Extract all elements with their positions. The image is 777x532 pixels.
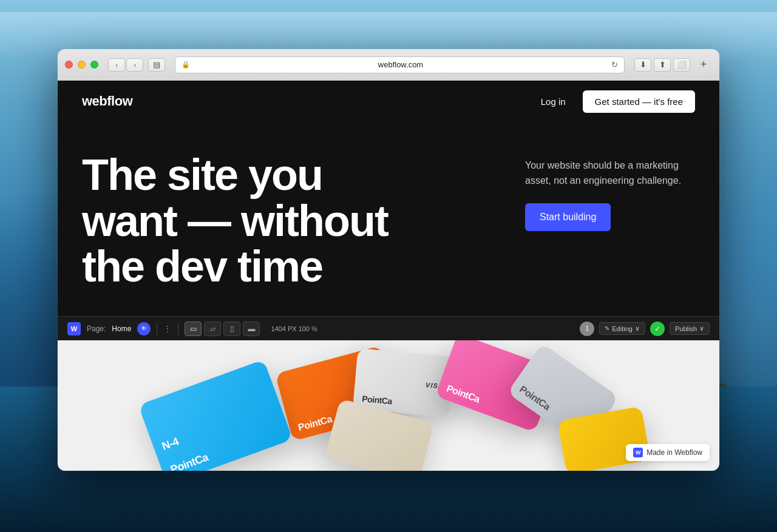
toolbar-divider-1 — [157, 323, 157, 335]
more-options-button[interactable]: ⋮ — [163, 324, 172, 334]
lock-icon: 🔒 — [182, 61, 190, 69]
pencil-icon: ✎ — [605, 325, 609, 332]
tablet-portrait-device-button[interactable]: ▯ — [223, 322, 240, 336]
card-beige-logo — [325, 445, 422, 471]
forward-icon: › — [134, 61, 136, 69]
get-started-button[interactable]: Get started — it's free — [583, 90, 695, 113]
new-tab-button[interactable]: + — [695, 58, 712, 72]
share-button[interactable]: ⬆ — [654, 58, 671, 72]
hero-title: The site you want — without the dev time — [82, 152, 422, 290]
hero-section: The site you want — without the dev time… — [58, 122, 719, 316]
w-letter: W — [71, 325, 77, 332]
header-actions: Log in Get started — it's free — [531, 90, 695, 113]
mobile-device-button[interactable]: ▬ — [243, 322, 260, 336]
publish-chevron-icon: ∨ — [699, 325, 704, 332]
made-in-webflow-badge[interactable]: W Made in Webflow — [626, 444, 710, 461]
tabs-overview-button[interactable]: ⬜ — [673, 58, 690, 72]
back-icon: ‹ — [115, 61, 118, 69]
toolbar-divider-2 — [178, 323, 178, 335]
minimize-button[interactable] — [78, 61, 86, 69]
fullscreen-button[interactable] — [90, 61, 98, 69]
user-initial: 1 — [586, 325, 589, 332]
reload-button[interactable]: ↻ — [611, 60, 618, 69]
device-buttons: ▭ ▱ ▯ ▬ — [185, 322, 260, 336]
checkmark-icon: ✓ — [654, 325, 660, 333]
webflow-badge-logo: W — [633, 448, 643, 457]
browser-window: ‹ › ▤ 🔒 webflow.com ↻ ⬇ ⬆ ⬜ + — [58, 49, 719, 471]
back-button[interactable]: ‹ — [108, 58, 125, 72]
toolbar-right-group: 1 ✎ Editing ∨ ✓ Publish ∨ — [580, 322, 710, 336]
address-bar[interactable]: 🔒 webflow.com ↻ — [175, 56, 625, 73]
login-button[interactable]: Log in — [531, 92, 575, 112]
wf-badge-w: W — [636, 450, 641, 456]
cards-container: PointCa VISA PointCa PointCa PointCa — [58, 340, 719, 471]
desktop-icon: ▭ — [190, 325, 197, 333]
start-building-button[interactable]: Start building — [525, 203, 611, 231]
editor-toolbar: W Page: Home 👁 ⋮ ▭ ▱ — [58, 316, 719, 340]
forward-button[interactable]: › — [126, 58, 143, 72]
traffic-lights — [65, 61, 98, 69]
eye-icon: 👁 — [141, 325, 147, 332]
mobile-icon: ▬ — [248, 325, 255, 333]
editing-chevron-icon: ∨ — [635, 325, 640, 332]
sidebar-toggle-button[interactable]: ▤ — [148, 58, 165, 72]
hero-left: The site you want — without the dev time — [82, 152, 525, 290]
page-name-label: Home — [112, 325, 131, 333]
preview-section: PointCa VISA PointCa PointCa PointCa — [58, 340, 719, 471]
close-button[interactable] — [65, 61, 73, 69]
download-button[interactable]: ⬇ — [634, 58, 651, 72]
publish-label: Publish — [675, 325, 697, 332]
user-avatar: 1 — [580, 322, 594, 336]
plus-icon: + — [701, 58, 707, 71]
webflow-header: webflow Log in Get started — it's free — [58, 81, 719, 122]
preview-toggle-button[interactable]: 👁 — [137, 322, 151, 335]
hero-right: Your website should be a marketing asset… — [525, 152, 695, 231]
tabs-icon: ⬜ — [677, 60, 687, 69]
page-prefix-label: Page: — [87, 325, 106, 333]
dimensions-display: 1404 PX 100 % — [271, 325, 317, 332]
card-blue: N-4 PointCa — [138, 360, 293, 471]
sidebar-icon: ▤ — [153, 60, 160, 69]
browser-action-buttons: ⬇ ⬆ ⬜ — [634, 58, 690, 72]
share-icon: ⬆ — [659, 60, 666, 69]
download-icon: ⬇ — [640, 60, 646, 69]
webflow-logo: webflow — [82, 93, 132, 109]
desktop-device-button[interactable]: ▭ — [185, 322, 202, 336]
hero-subtitle: Your website should be a marketing asset… — [525, 158, 695, 189]
publish-button[interactable]: Publish ∨ — [670, 322, 710, 335]
tablet-landscape-icon: ▱ — [210, 325, 215, 333]
editing-mode-badge[interactable]: ✎ Editing ∨ — [599, 322, 645, 335]
webflow-editor-logo: W — [67, 322, 81, 335]
made-in-webflow-label: Made in Webflow — [646, 448, 702, 457]
tablet-portrait-icon: ▯ — [230, 325, 234, 333]
webflow-website: webflow Log in Get started — it's free T… — [58, 81, 719, 471]
nav-buttons: ‹ › — [108, 58, 143, 72]
browser-titlebar: ‹ › ▤ 🔒 webflow.com ↻ ⬇ ⬆ ⬜ + — [58, 49, 719, 81]
tablet-landscape-device-button[interactable]: ▱ — [204, 322, 221, 336]
checkmark-button[interactable]: ✓ — [650, 322, 665, 336]
editing-label: Editing — [612, 325, 633, 332]
browser-content: webflow Log in Get started — it's free T… — [58, 81, 719, 471]
url-text: webflow.com — [194, 60, 608, 69]
